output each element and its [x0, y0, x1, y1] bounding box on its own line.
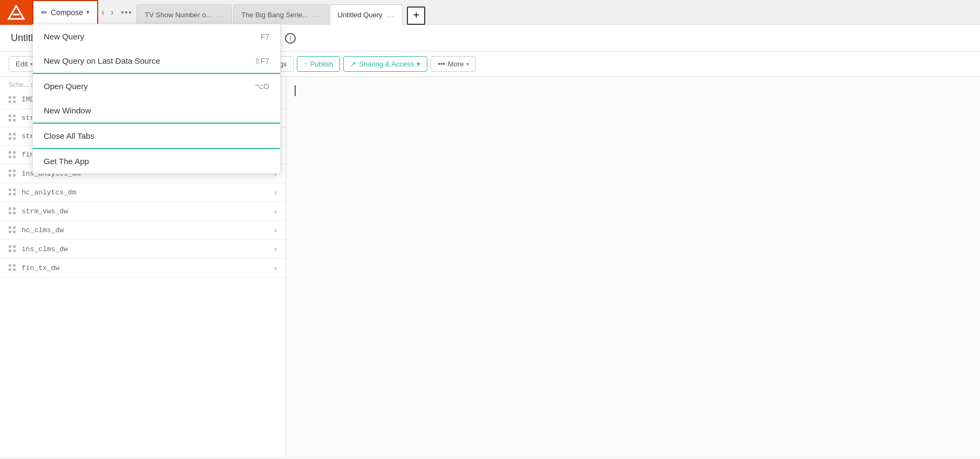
- sidebar-item-label: strm_vws_dw: [22, 207, 269, 215]
- dropdown-divider-3: Get The App: [33, 148, 280, 173]
- sharing-chevron-icon: ▾: [417, 60, 420, 68]
- menu-item-open-query[interactable]: Open Query ⌥O: [33, 74, 280, 98]
- add-tab-icon: +: [413, 9, 419, 22]
- chevron-right-icon: ›: [274, 264, 277, 272]
- chevron-right-icon: ›: [274, 245, 277, 253]
- more-chevron-icon: ▾: [466, 61, 469, 67]
- tab-bigbang-ellipsis[interactable]: ...: [312, 10, 321, 19]
- table-icon: [9, 264, 16, 272]
- tab-tv-label: TV Show Number o...: [145, 11, 212, 19]
- table-icon: [9, 207, 16, 215]
- menu-new-query-last-shortcut: ⇧F7: [254, 57, 269, 65]
- publish-icon: ↑: [304, 60, 308, 68]
- menu-new-query-last-label: New Query on Last Data Source: [44, 56, 160, 65]
- menu-get-app-label: Get The App: [44, 157, 89, 166]
- add-tab-button[interactable]: +: [407, 6, 425, 25]
- table-icon: [9, 188, 16, 196]
- publish-label: Publish: [310, 60, 334, 68]
- tab-back-button[interactable]: ‹: [98, 0, 107, 25]
- compose-label: Compose: [51, 8, 83, 17]
- info-icon[interactable]: i: [285, 33, 296, 44]
- svg-marker-0: [9, 6, 24, 19]
- tab-bigbang[interactable]: The Big Bang Serie... ...: [233, 4, 328, 25]
- list-item[interactable]: hc_anlytcs_dm ›: [0, 183, 285, 202]
- editor-area[interactable]: [286, 77, 980, 457]
- chevron-right-icon: ›: [274, 188, 277, 197]
- more-dots-icon: •••: [438, 60, 445, 68]
- menu-item-get-app[interactable]: Get The App: [33, 149, 280, 173]
- sidebar-item-label: hc_anlytcs_dm: [22, 188, 269, 197]
- table-icon: [9, 170, 16, 177]
- publish-button[interactable]: ↑ Publish: [297, 56, 340, 72]
- tab-tv-show[interactable]: TV Show Number o... ...: [137, 4, 232, 25]
- list-item[interactable]: hc_clms_dw ›: [0, 221, 285, 240]
- menu-new-query-shortcut: F7: [261, 32, 269, 41]
- menu-item-new-query[interactable]: New Query F7: [33, 24, 280, 49]
- app-logo: [0, 0, 32, 25]
- menu-new-window-label: New Window: [44, 106, 91, 115]
- sidebar-item-label: fin_tx_dw: [22, 264, 269, 272]
- table-icon: [9, 114, 16, 122]
- chevron-right-icon: ›: [274, 226, 277, 234]
- compose-button[interactable]: ✏ Compose ▾: [32, 0, 98, 25]
- table-icon: [9, 226, 16, 234]
- menu-item-close-all-tabs[interactable]: Close All Tabs: [33, 124, 280, 148]
- sharing-access-button[interactable]: ↗ Sharing & Access ▾: [343, 56, 427, 72]
- tab-untitled[interactable]: Untitled Query ...: [330, 4, 403, 25]
- tab-forward-button[interactable]: ›: [107, 0, 117, 25]
- tabs-container: TV Show Number o... ... The Big Bang Ser…: [137, 0, 980, 25]
- dropdown-divider-2: Close All Tabs: [33, 123, 280, 148]
- table-icon: [9, 96, 16, 104]
- menu-new-query-label: New Query: [44, 32, 84, 41]
- sharing-label: Sharing & Access: [359, 60, 414, 68]
- tab-bar: ✏ Compose ▾ ‹ › ••• TV Show Number o... …: [0, 0, 980, 25]
- table-icon: [9, 245, 16, 253]
- menu-open-query-label: Open Query: [44, 82, 88, 91]
- tab-bigbang-label: The Big Bang Serie...: [241, 11, 308, 19]
- compose-icon: ✏: [41, 8, 47, 17]
- more-button[interactable]: ••• More ▾: [431, 56, 476, 72]
- list-item[interactable]: ins_clms_dw ›: [0, 240, 285, 259]
- tab-untitled-label: Untitled Query: [338, 11, 383, 19]
- sharing-icon: ↗: [350, 60, 356, 68]
- info-icon-letter: i: [290, 35, 291, 42]
- editor-cursor: [295, 85, 296, 96]
- compose-chevron-icon: ▾: [86, 9, 90, 16]
- sidebar-item-label: hc_clms_dw: [22, 226, 269, 234]
- menu-item-new-query-last[interactable]: New Query on Last Data Source ⇧F7: [33, 49, 280, 73]
- more-label: More: [448, 60, 464, 68]
- menu-open-query-shortcut: ⌥O: [255, 82, 269, 91]
- list-item[interactable]: fin_tx_dw ›: [0, 259, 285, 278]
- menu-close-all-label: Close All Tabs: [44, 131, 94, 140]
- sidebar-item-label: ins_clms_dw: [22, 245, 269, 253]
- tab-untitled-ellipsis[interactable]: ...: [387, 10, 395, 19]
- tab-overflow-button[interactable]: •••: [117, 0, 137, 25]
- list-item[interactable]: strm_vws_dw ›: [0, 202, 285, 221]
- menu-item-new-window[interactable]: New Window: [33, 98, 280, 123]
- tab-tv-ellipsis[interactable]: ...: [216, 10, 224, 19]
- chevron-right-icon: ›: [274, 207, 277, 215]
- dropdown-divider-1: Open Query ⌥O New Window: [33, 73, 280, 123]
- table-icon: [9, 151, 16, 159]
- compose-dropdown-menu: New Query F7 New Query on Last Data Sour…: [32, 24, 281, 174]
- table-icon: [9, 133, 16, 140]
- edit-label: Edit: [16, 60, 28, 68]
